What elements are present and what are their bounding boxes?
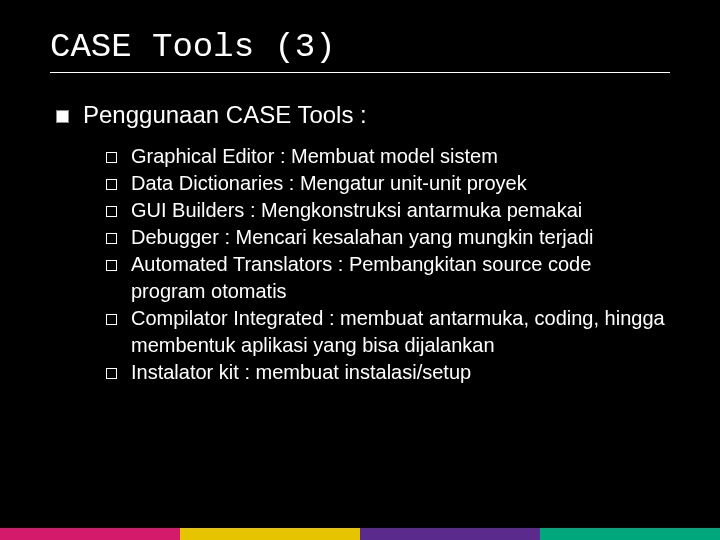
- open-square-bullet-icon: [106, 206, 117, 217]
- list-item: Compilator Integrated : membuat antarmuk…: [106, 305, 670, 359]
- footer-segment-pink: [0, 528, 180, 540]
- list-item-text: Compilator Integrated : membuat antarmuk…: [131, 305, 670, 359]
- slide-title: CASE Tools (3): [50, 28, 670, 66]
- open-square-bullet-icon: [106, 314, 117, 325]
- open-square-bullet-icon: [106, 233, 117, 244]
- open-square-bullet-icon: [106, 368, 117, 379]
- footer-segment-teal: [540, 528, 720, 540]
- level1-text: Penggunaan CASE Tools :: [83, 101, 367, 129]
- open-square-bullet-icon: [106, 179, 117, 190]
- list-item: Automated Translators : Pembangkitan sou…: [106, 251, 670, 305]
- open-square-bullet-icon: [106, 152, 117, 163]
- list-item-text: GUI Builders : Mengkonstruksi antarmuka …: [131, 197, 582, 224]
- square-bullet-icon: [56, 110, 69, 123]
- list-item-text: Data Dictionaries : Mengatur unit-unit p…: [131, 170, 527, 197]
- open-square-bullet-icon: [106, 260, 117, 271]
- list-item-text: Automated Translators : Pembangkitan sou…: [131, 251, 670, 305]
- list-item: GUI Builders : Mengkonstruksi antarmuka …: [106, 197, 670, 224]
- list-item: Debugger : Mencari kesalahan yang mungki…: [106, 224, 670, 251]
- list-item-text: Debugger : Mencari kesalahan yang mungki…: [131, 224, 594, 251]
- level1-item: Penggunaan CASE Tools :: [50, 101, 670, 129]
- list-item-text: Instalator kit : membuat instalasi/setup: [131, 359, 471, 386]
- level2-list: Graphical Editor : Membuat model sistem …: [106, 143, 670, 386]
- list-item: Instalator kit : membuat instalasi/setup: [106, 359, 670, 386]
- list-item: Data Dictionaries : Mengatur unit-unit p…: [106, 170, 670, 197]
- title-underline: [50, 72, 670, 73]
- footer-segment-yellow: [180, 528, 360, 540]
- list-item: Graphical Editor : Membuat model sistem: [106, 143, 670, 170]
- footer-segment-purple: [360, 528, 540, 540]
- footer-color-bar: [0, 528, 720, 540]
- list-item-text: Graphical Editor : Membuat model sistem: [131, 143, 498, 170]
